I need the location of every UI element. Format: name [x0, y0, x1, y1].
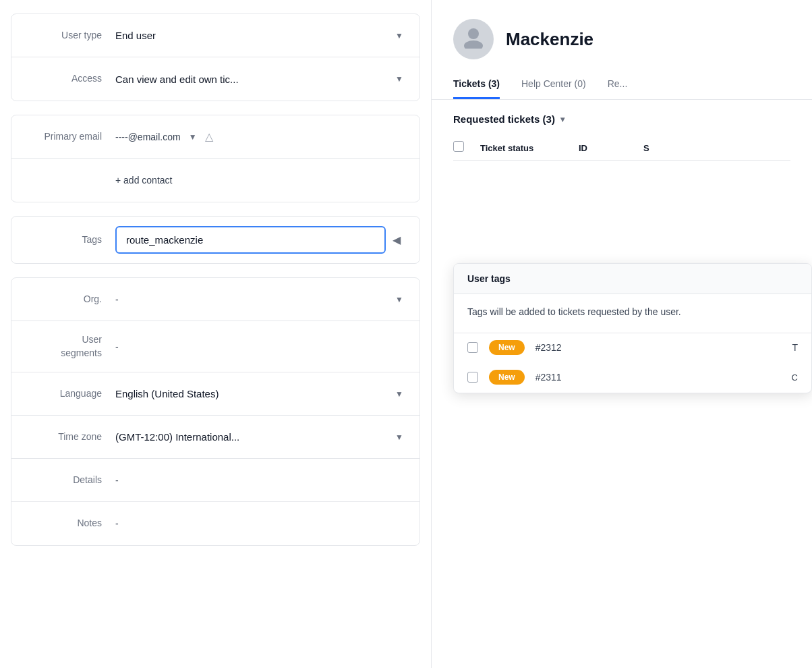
col-header-ticket-status: Ticket status — [480, 143, 568, 153]
user-segments-label: Usersegments — [28, 333, 102, 360]
user-tags-description: Tags will be added to tickets requested … — [467, 306, 681, 317]
user-type-text: End user — [115, 30, 156, 41]
select-all-checkbox-col — [453, 141, 469, 155]
tab-re[interactable]: Re... — [608, 70, 628, 99]
language-dropdown[interactable]: English (United States) ▼ — [115, 388, 403, 399]
col-header-s: S — [643, 143, 649, 153]
language-label: Language — [28, 387, 102, 401]
details-text: - — [115, 475, 119, 486]
timezone-dropdown[interactable]: (GMT-12:00) International... ▼ — [115, 431, 403, 443]
language-chevron-icon: ▼ — [395, 389, 403, 399]
org-row: Org. - ▼ — [11, 278, 419, 321]
details-row: Details - — [11, 459, 419, 502]
user-name: Mackenzie — [506, 29, 593, 50]
email-section: Primary email ----@email.com ▼ △ + add c… — [11, 115, 420, 202]
access-row: Access Can view and edit own tic... ▼ — [11, 57, 419, 101]
user-tags-dropdown: User tags Tags will be added to tickets … — [453, 263, 812, 393]
details-label: Details — [28, 474, 102, 487]
timezone-value: (GMT-12:00) International... ▼ — [115, 431, 403, 443]
access-dropdown[interactable]: Can view and edit own tic... ▼ — [115, 74, 403, 85]
requested-tickets-chevron-icon: ▾ — [560, 115, 564, 124]
org-dropdown[interactable]: - ▼ — [115, 294, 403, 305]
email-text: ----@email.com — [115, 132, 181, 142]
tags-label: Tags — [28, 233, 102, 247]
timezone-label: Time zone — [28, 430, 102, 444]
org-label: Org. — [28, 293, 102, 306]
ticket-checkbox-2312[interactable] — [467, 342, 478, 353]
notes-row: Notes - — [11, 502, 419, 545]
user-segments-text: - — [115, 341, 119, 352]
requested-tickets-header[interactable]: Requested tickets (3) ▾ — [453, 113, 790, 125]
user-type-chevron-icon: ▼ — [395, 31, 403, 40]
org-chevron-icon: ▼ — [395, 295, 403, 304]
notes-value: - — [115, 518, 403, 529]
org-text: - — [115, 294, 119, 305]
user-segments-value: - — [115, 341, 403, 352]
language-row: Language English (United States) ▼ — [11, 372, 419, 416]
notes-text: - — [115, 518, 119, 529]
partial-ticket-id: #2312 — [535, 342, 562, 353]
user-segments-row: Usersegments - — [11, 321, 419, 372]
partial-ticket-col: T — [792, 342, 798, 353]
access-chevron-icon: ▼ — [395, 74, 403, 84]
avatar-icon — [461, 24, 486, 54]
left-panel: User type End user ▼ Access Can view and… — [0, 0, 432, 668]
tags-input-wrapper — [115, 226, 386, 254]
tags-input[interactable] — [115, 226, 386, 254]
user-type-value: End user ▼ — [115, 30, 403, 41]
col-header-id: ID — [579, 143, 633, 153]
tags-collapse-button[interactable]: ◀ — [390, 231, 403, 249]
primary-email-value: ----@email.com ▼ △ — [115, 130, 403, 143]
access-label: Access — [28, 72, 102, 86]
user-type-row: User type End user ▼ — [11, 14, 419, 57]
user-header: Mackenzie — [432, 0, 812, 70]
user-type-access-section: User type End user ▼ Access Can view and… — [11, 13, 420, 101]
requested-tickets-label: Requested tickets (3) — [453, 113, 555, 125]
email-chevron-icon: ▼ — [189, 132, 197, 142]
tags-row: Tags ◀ — [11, 217, 419, 263]
add-contact-value: + add contact — [115, 172, 403, 188]
svg-point-1 — [464, 40, 483, 49]
timezone-chevron-icon: ▼ — [395, 433, 403, 442]
access-text: Can view and edit own tic... — [115, 74, 239, 85]
user-tags-body: Tags will be added to tickets requested … — [454, 294, 811, 333]
status-badge-2311: New — [489, 370, 525, 385]
language-text: English (United States) — [115, 388, 219, 399]
ticket-id-2311: #2311 — [535, 372, 562, 383]
notes-label: Notes — [28, 517, 102, 530]
other-fields-section: Org. - ▼ Usersegments - Language English… — [11, 277, 420, 546]
ticket-col-2311: C — [792, 372, 798, 383]
tab-tickets[interactable]: Tickets (3) — [453, 70, 500, 99]
tickets-table-header: Ticket status ID S — [453, 136, 790, 161]
details-value: - — [115, 475, 403, 486]
timezone-row: Time zone (GMT-12:00) International... ▼ — [11, 416, 419, 459]
select-all-checkbox[interactable] — [453, 141, 464, 152]
tab-help-center[interactable]: Help Center (0) — [521, 70, 586, 99]
user-type-label: User type — [28, 29, 102, 43]
primary-email-label: Primary email — [28, 130, 102, 144]
status-badge-partial: New — [489, 340, 525, 355]
access-value: Can view and edit own tic... ▼ — [115, 74, 403, 85]
warning-icon: △ — [205, 130, 213, 143]
ticket-checkbox-2311[interactable] — [467, 372, 478, 383]
user-tags-header: User tags — [454, 264, 811, 294]
add-contact-button[interactable]: + add contact — [115, 172, 172, 188]
tickets-section: Requested tickets (3) ▾ Ticket status ID… — [432, 100, 812, 174]
language-value: English (United States) ▼ — [115, 388, 403, 399]
add-contact-row: + add contact — [11, 159, 419, 202]
ticket-row-partial-top: New #2312 T — [454, 333, 811, 362]
org-value: - ▼ — [115, 294, 403, 305]
tags-section: Tags ◀ — [11, 216, 420, 264]
svg-point-0 — [468, 28, 479, 39]
right-panel: Mackenzie Tickets (3) Help Center (0) Re… — [432, 0, 812, 668]
ticket-row-2311: New #2311 C — [454, 362, 811, 393]
avatar — [453, 19, 494, 59]
timezone-text: (GMT-12:00) International... — [115, 431, 239, 443]
tabs-bar: Tickets (3) Help Center (0) Re... — [432, 70, 812, 100]
primary-email-row: Primary email ----@email.com ▼ △ — [11, 115, 419, 159]
user-type-dropdown[interactable]: End user ▼ — [115, 30, 403, 41]
